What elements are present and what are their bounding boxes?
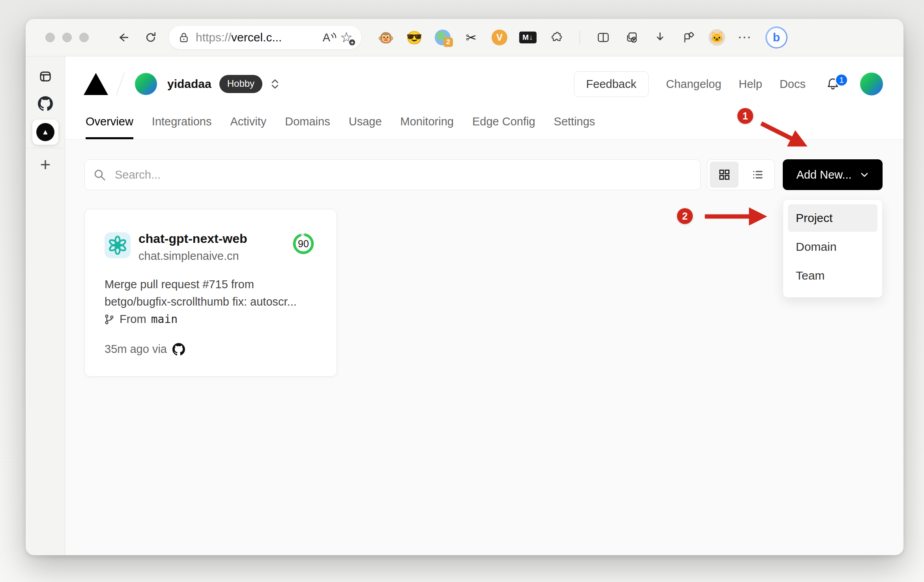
url-text: https://vercel.c... bbox=[196, 31, 321, 44]
avatar-extension-icon[interactable]: 😎 bbox=[405, 28, 423, 47]
downloads-icon[interactable] bbox=[651, 28, 669, 47]
url-scheme: https:// bbox=[196, 31, 231, 44]
markdown-extension-icon[interactable]: M↓ bbox=[519, 28, 537, 47]
bing-chat-icon[interactable]: b bbox=[765, 28, 788, 47]
browser-essentials-icon[interactable] bbox=[679, 28, 698, 47]
help-link[interactable]: Help bbox=[739, 78, 762, 91]
tab-settings[interactable]: Settings bbox=[554, 115, 595, 139]
close-window-button[interactable] bbox=[45, 33, 55, 42]
project-domain[interactable]: chat.simplenaive.cn bbox=[138, 250, 239, 263]
team-name[interactable]: yidadaa bbox=[167, 77, 211, 91]
url-host: vercel.c... bbox=[231, 31, 282, 44]
dashboard-tabs: Overview Integrations Activity Domains U… bbox=[86, 115, 595, 139]
notification-count-badge: 1 bbox=[835, 73, 848, 87]
tab-monitoring[interactable]: Monitoring bbox=[400, 115, 454, 139]
project-name[interactable]: chat-gpt-next-web bbox=[138, 231, 247, 246]
user-avatar[interactable] bbox=[860, 73, 883, 95]
toolbar-divider bbox=[580, 30, 580, 45]
v-extension-icon[interactable]: V bbox=[490, 28, 509, 47]
add-new-dropdown: Project Domain Team bbox=[783, 199, 883, 298]
tab-overview[interactable]: Overview bbox=[86, 115, 133, 139]
more-menu-icon[interactable]: ··· bbox=[736, 28, 754, 47]
vercel-header: yidadaa Hobby Feedback Changelog Help Do… bbox=[65, 56, 903, 140]
lock-icon bbox=[178, 28, 190, 47]
branch-name[interactable]: main bbox=[151, 313, 178, 326]
project-card[interactable]: chat-gpt-next-web chat.simplenaive.cn 90… bbox=[84, 209, 337, 377]
project-logo bbox=[105, 232, 131, 258]
deployed-time: 35m ago via bbox=[105, 343, 167, 356]
annotation-step-2: 2 bbox=[677, 208, 693, 224]
refresh-icon[interactable] bbox=[142, 28, 160, 47]
collections-icon[interactable] bbox=[623, 28, 641, 47]
chevron-down-icon bbox=[860, 170, 869, 179]
tab-usage[interactable]: Usage bbox=[349, 115, 382, 139]
github-icon bbox=[172, 343, 185, 356]
search-input[interactable] bbox=[84, 159, 701, 190]
annotation-step-1: 1 bbox=[737, 108, 753, 124]
add-new-button[interactable]: Add New... bbox=[783, 159, 883, 190]
search-icon bbox=[93, 168, 106, 181]
score-ring[interactable]: 90 bbox=[292, 232, 315, 255]
dropdown-item-project[interactable]: Project bbox=[788, 204, 877, 232]
tab-activity[interactable]: Activity bbox=[230, 115, 266, 139]
grid-view-button[interactable] bbox=[710, 162, 739, 188]
new-tab-button[interactable]: + bbox=[37, 156, 54, 173]
plan-badge: Hobby bbox=[219, 75, 262, 93]
vercel-favicon: ▲ bbox=[36, 123, 54, 141]
list-icon bbox=[752, 168, 764, 181]
add-new-label: Add New... bbox=[796, 168, 851, 181]
commit-message[interactable]: Merge pull request #715 from betgo/bugfi… bbox=[105, 276, 318, 310]
sidebar-divider bbox=[26, 148, 65, 148]
collab-extension-icon[interactable]: 2 bbox=[434, 28, 452, 47]
list-view-button[interactable] bbox=[743, 162, 772, 188]
vercel-logo-icon[interactable] bbox=[84, 73, 108, 95]
docs-link[interactable]: Docs bbox=[780, 78, 806, 91]
tampermonkey-extension-icon[interactable]: 🐵 bbox=[377, 28, 395, 47]
dropdown-item-domain[interactable]: Domain bbox=[788, 233, 877, 261]
team-avatar[interactable] bbox=[135, 73, 157, 95]
tab-github-icon[interactable] bbox=[37, 95, 54, 112]
maximize-window-button[interactable] bbox=[79, 33, 89, 42]
breadcrumb-slash bbox=[116, 73, 125, 96]
feedback-button[interactable]: Feedback bbox=[574, 71, 649, 97]
browser-vertical-tabs-sidebar: ▲ + bbox=[26, 56, 65, 555]
address-bar[interactable]: https://vercel.c... A ☆ + bbox=[168, 25, 362, 50]
openai-logo-icon bbox=[108, 236, 127, 255]
extension-badge: 2 bbox=[443, 37, 453, 47]
git-branch-icon bbox=[104, 314, 115, 325]
traffic-lights bbox=[45, 33, 89, 42]
back-icon[interactable] bbox=[114, 28, 132, 47]
minimize-window-button[interactable] bbox=[62, 33, 72, 42]
score-value: 90 bbox=[292, 232, 315, 255]
dropdown-item-team[interactable]: Team bbox=[788, 262, 877, 289]
profile-avatar[interactable]: 🐱 bbox=[708, 28, 726, 47]
tab-integrations[interactable]: Integrations bbox=[152, 115, 212, 139]
read-aloud-icon[interactable]: A bbox=[323, 31, 336, 44]
tab-panel-icon[interactable] bbox=[37, 68, 54, 85]
split-screen-icon[interactable] bbox=[594, 28, 612, 47]
extensions-puzzle-icon[interactable] bbox=[547, 28, 565, 47]
vercel-dashboard-page: yidadaa Hobby Feedback Changelog Help Do… bbox=[65, 56, 903, 555]
from-label: From bbox=[120, 313, 146, 326]
view-toggle bbox=[707, 159, 775, 190]
changelog-link[interactable]: Changelog bbox=[666, 78, 721, 91]
team-switcher-icon[interactable] bbox=[270, 78, 280, 90]
notifications-bell-icon[interactable]: 1 bbox=[823, 74, 843, 94]
add-favorite-icon[interactable]: ☆ + bbox=[338, 29, 355, 46]
grid-icon bbox=[718, 168, 731, 181]
tab-vercel-active[interactable]: ▲ bbox=[32, 119, 58, 145]
browser-window: https://vercel.c... A ☆ + 🐵 😎 2 ✂ V M↓ bbox=[26, 19, 903, 555]
browser-toolbar: https://vercel.c... A ☆ + 🐵 😎 2 ✂ V M↓ bbox=[26, 19, 903, 56]
search-container bbox=[84, 159, 701, 190]
clipper-extension-icon[interactable]: ✂ bbox=[462, 28, 480, 47]
tab-domains[interactable]: Domains bbox=[285, 115, 330, 139]
tab-edge-config[interactable]: Edge Config bbox=[472, 115, 535, 139]
